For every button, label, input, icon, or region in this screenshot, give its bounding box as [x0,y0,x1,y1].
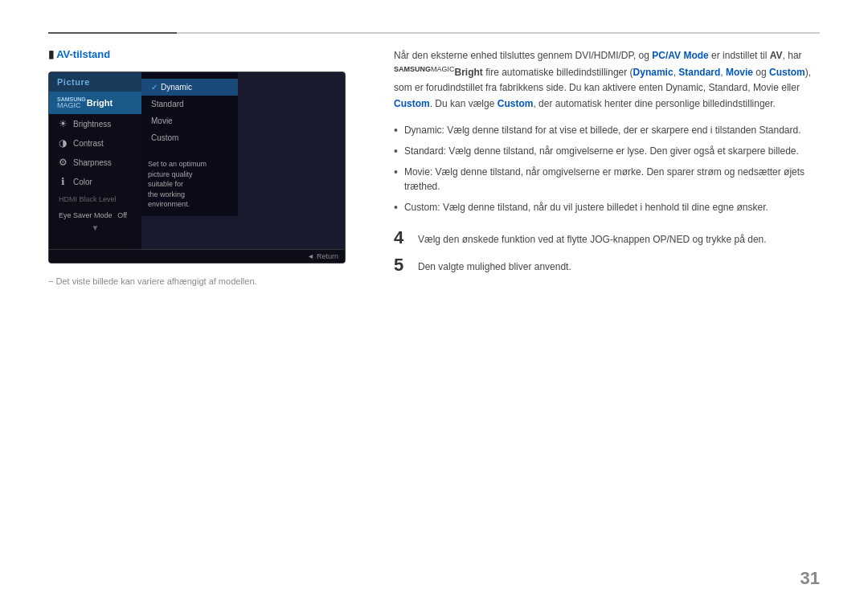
monitor-menu: Picture SAMSUNG MAGIC Bright ☀ Brightnes… [49,72,345,249]
checkmark-icon: ✓ [151,83,158,92]
monitor-footer: ◄ Return [49,249,345,263]
step-5-text: Den valgte mulighed bliver anvendt. [418,256,571,275]
color-label: Color [73,178,92,186]
movie-ref1: Movie [726,67,753,78]
tip-line4: the working [148,190,185,198]
section-title: ▮ AV-tilstand [48,48,394,60]
sharpness-label: Sharpness [73,158,112,167]
return-label: Return [317,252,338,260]
bullet-standard: • Standard: Vælg denne tilstand, når omg… [394,144,820,158]
monitor-ui: Picture SAMSUNG MAGIC Bright ☀ Brightnes… [48,72,346,264]
contrast-label: Contrast [73,139,104,148]
magic-superscript: MAGIC [431,65,455,73]
standard-term-ref: Standard [760,125,799,136]
info-icon: ℹ [57,176,68,187]
return-button[interactable]: ◄ Return [307,252,338,260]
page-number: 31 [800,568,820,589]
brightness-icon: ☀ [57,118,68,129]
hdmi-black-label: HDMI Black Level [59,195,117,203]
footnote: − Det viste billede kan variere afhængig… [48,276,394,286]
eye-saver-row: Eye Saver Mode Off [49,207,141,223]
bullet-dot-2: • [394,144,398,158]
scroll-down-indicator: ▼ [49,223,141,235]
tip-text: Set to an optimum picture quality suitab… [141,153,238,216]
bullet-movie: • Movie: Vælg denne tilstand, når omgive… [394,165,820,194]
bullet-list: • Dynamic: Vælg denne tilstand for at vi… [394,123,820,215]
menu-header: Picture [49,72,141,92]
contrast-icon: ◑ [57,137,68,149]
top-divider [48,32,820,34]
av-ref: AV [770,50,783,61]
option-custom-label: Custom [151,133,178,142]
brightness-row: ☀ Brightness [49,114,141,133]
bullet-movie-text: Movie: Vælg denne tilstand, når omgivels… [404,165,820,194]
return-arrow-icon: ◄ [307,252,314,260]
color-row: ℹ Color [49,172,141,191]
contrast-row: ◑ Contrast [49,133,141,153]
bullet-dot-3: • [394,165,398,179]
samsung-superscript: SAMSUNG [394,65,431,73]
right-column: ✓ Dynamic Standard Movie Custom Set to a… [141,72,238,249]
right-panel: Når den eksterne enhed tilsluttes gennem… [394,48,820,283]
bullet-standard-text: Standard: Vælg denne tilstand, når omgiv… [404,144,799,158]
custom-ref2: Custom [497,98,534,109]
dynamic-ref1: Dynamic [633,67,674,78]
eye-saver-value: Off [117,211,127,219]
option-standard[interactable]: Standard [141,96,238,112]
av-highlight: AV-tilstand [56,48,110,60]
magic-label: MAGIC [57,102,86,109]
custom-ref1: Custom [769,67,805,78]
top-line-accent [48,32,177,34]
bright-label: Bright [87,98,113,108]
magic-bright-item: SAMSUNG MAGIC Bright [49,92,141,114]
bullet-dynamic: • Dynamic: Vælg denne tilstand for at vi… [394,123,820,137]
standard-ref1: Standard [678,67,720,78]
step-4-row: 4 Vælg den ønskede funktion ved at flytt… [394,229,820,247]
left-panel: ▮ AV-tilstand Picture SAMSUNG MAGIC Brig… [48,48,394,286]
brightness-label: Brightness [73,120,111,129]
step-4-text: Vælg den ønskede funktion ved at flytte … [418,229,767,247]
bullet-custom: • Custom: Vælg denne tilstand, når du vi… [394,200,820,215]
standard-term: Standard [404,145,444,157]
step-5-row: 5 Den valgte mulighed bliver anvendt. [394,256,820,275]
eye-saver-label: Eye Saver Mode [59,211,113,219]
settings-icon: ⚙ [57,157,68,168]
tip-line1: Set to an optimum [148,160,207,168]
bullet-dot-1: • [394,123,398,137]
option-standard-label: Standard [151,100,184,108]
bullet-custom-text: Custom: Vælg denne tilstand, når du vil … [404,200,768,215]
bullet-dynamic-text: Dynamic: Vælg denne tilstand for at vise… [404,123,801,137]
custom-inline: Custom [394,98,430,109]
movie-term: Movie [404,166,430,178]
option-dynamic-label: Dynamic [161,83,192,92]
option-custom[interactable]: Custom [141,129,238,146]
custom-term: Custom [404,202,437,213]
menu-left-column: Picture SAMSUNG MAGIC Bright ☀ Brightnes… [49,72,141,249]
step-4-number: 4 [394,229,410,247]
tip-line3: suitable for [148,180,183,188]
option-movie-label: Movie [151,116,173,125]
option-dynamic[interactable]: ✓ Dynamic [141,79,238,96]
right-options-list: ✓ Dynamic Standard Movie Custom [141,72,238,153]
tip-line2: picture quality [148,170,193,178]
dynamic-term: Dynamic [404,125,442,136]
bullet-dot-4: • [394,200,398,215]
step-5-number: 5 [394,256,410,274]
hdmi-black-row: HDMI Black Level [49,191,141,207]
sharpness-row: ⚙ Sharpness [49,153,141,172]
bright-ref: Bright [455,67,483,78]
pcav-mode-ref: PC/AV Mode [652,50,708,61]
option-movie[interactable]: Movie [141,112,238,129]
tip-line5: environment. [148,200,190,208]
intro-paragraph: Når den eksterne enhed tilsluttes gennem… [394,48,820,112]
